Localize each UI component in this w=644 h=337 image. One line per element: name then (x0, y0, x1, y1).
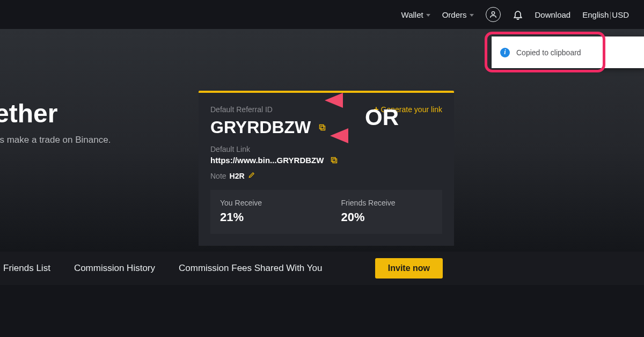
svg-rect-2 (320, 125, 324, 129)
nav-wallet-label: Wallet (401, 10, 423, 19)
default-link-value: https://www.bin...GRYRDBZW (210, 156, 324, 165)
top-navbar: Wallet Orders Download English | USD (0, 0, 644, 29)
referral-id-label: Default Referral ID (210, 105, 273, 114)
edit-note-icon[interactable] (248, 171, 255, 180)
divider: | (609, 10, 611, 19)
nav-orders[interactable]: Orders (442, 10, 474, 19)
annotation-highlight-box (485, 32, 605, 72)
svg-rect-3 (333, 159, 337, 163)
nav-download-label: Download (535, 10, 571, 19)
note-label: Note (210, 172, 226, 180)
hero-title-fragment: ether (0, 99, 57, 128)
nav-language-label: English (582, 10, 609, 19)
commission-split-box: You Receive 21% Friends Receive 20% (210, 190, 442, 234)
svg-rect-4 (332, 158, 336, 162)
friends-receive-label: Friends Receive (341, 199, 433, 207)
referral-card: Default Referral ID + Generate your link… (199, 91, 454, 246)
friends-receive-value: 20% (341, 210, 433, 224)
below-fold (0, 285, 644, 337)
tab-friends-list[interactable]: Friends List (3, 263, 50, 274)
tab-commission-history[interactable]: Commission History (74, 263, 155, 274)
svg-rect-1 (321, 126, 325, 130)
nav-download[interactable]: Download (535, 10, 571, 19)
caret-down-icon (470, 14, 474, 17)
note-value: H2R (230, 172, 245, 180)
nav-wallet[interactable]: Wallet (401, 10, 430, 19)
tab-commission-shared[interactable]: Commission Fees Shared With You (179, 263, 322, 274)
nav-orders-label: Orders (442, 10, 467, 19)
nav-currency-label: USD (612, 10, 629, 19)
copy-referral-id-icon[interactable] (318, 123, 326, 131)
svg-point-0 (492, 12, 494, 14)
hero-subtitle-fragment: ds make a trade on Binance. (0, 135, 111, 145)
copy-link-icon[interactable] (330, 156, 338, 164)
annotation-or-text: OR (365, 105, 399, 130)
notifications-icon[interactable] (513, 9, 523, 20)
nav-locale[interactable]: English | USD (582, 10, 629, 19)
caret-down-icon (426, 14, 430, 17)
invite-now-button[interactable]: Invite now (375, 258, 443, 279)
referral-tabs: Friends List Commission History Commissi… (0, 252, 644, 285)
referral-id-value: GRYRDBZW (210, 118, 311, 137)
you-receive-label: You Receive (220, 199, 312, 207)
you-receive-value: 21% (220, 210, 312, 224)
user-account-icon[interactable] (486, 7, 501, 22)
